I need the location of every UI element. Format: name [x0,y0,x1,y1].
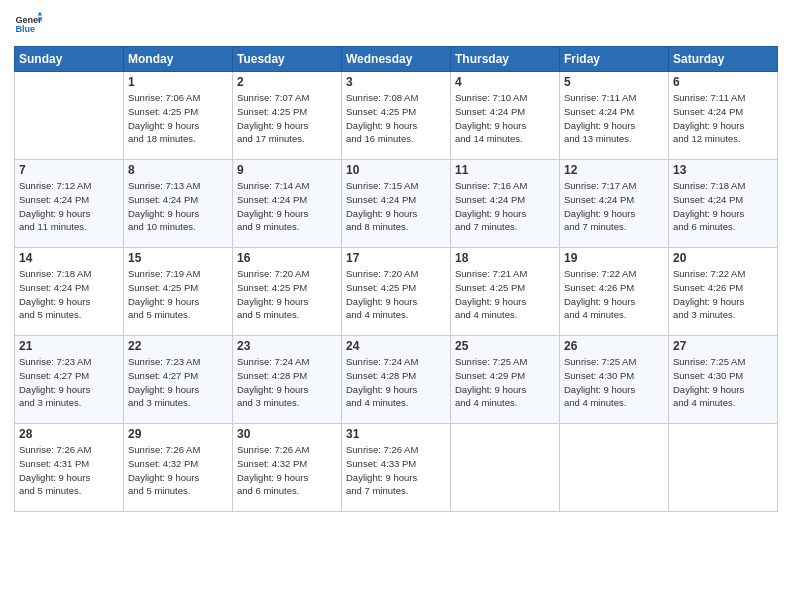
day-info: Sunrise: 7:18 AM Sunset: 4:24 PM Dayligh… [673,179,773,234]
day-info: Sunrise: 7:22 AM Sunset: 4:26 PM Dayligh… [564,267,664,322]
day-number: 17 [346,251,446,265]
svg-text:Blue: Blue [15,24,35,34]
calendar-cell: 25Sunrise: 7:25 AM Sunset: 4:29 PM Dayli… [451,336,560,424]
calendar-cell: 10Sunrise: 7:15 AM Sunset: 4:24 PM Dayli… [342,160,451,248]
day-number: 11 [455,163,555,177]
calendar-cell: 6Sunrise: 7:11 AM Sunset: 4:24 PM Daylig… [669,72,778,160]
day-info: Sunrise: 7:06 AM Sunset: 4:25 PM Dayligh… [128,91,228,146]
calendar-cell: 24Sunrise: 7:24 AM Sunset: 4:28 PM Dayli… [342,336,451,424]
day-info: Sunrise: 7:08 AM Sunset: 4:25 PM Dayligh… [346,91,446,146]
calendar-cell: 3Sunrise: 7:08 AM Sunset: 4:25 PM Daylig… [342,72,451,160]
calendar-cell: 15Sunrise: 7:19 AM Sunset: 4:25 PM Dayli… [124,248,233,336]
calendar-week-row: 14Sunrise: 7:18 AM Sunset: 4:24 PM Dayli… [15,248,778,336]
calendar-cell: 30Sunrise: 7:26 AM Sunset: 4:32 PM Dayli… [233,424,342,512]
day-number: 19 [564,251,664,265]
day-number: 21 [19,339,119,353]
day-number: 24 [346,339,446,353]
calendar-cell: 9Sunrise: 7:14 AM Sunset: 4:24 PM Daylig… [233,160,342,248]
calendar-cell [560,424,669,512]
calendar-cell: 21Sunrise: 7:23 AM Sunset: 4:27 PM Dayli… [15,336,124,424]
day-info: Sunrise: 7:12 AM Sunset: 4:24 PM Dayligh… [19,179,119,234]
calendar-header-tuesday: Tuesday [233,47,342,72]
calendar-cell: 11Sunrise: 7:16 AM Sunset: 4:24 PM Dayli… [451,160,560,248]
calendar-cell [15,72,124,160]
day-info: Sunrise: 7:23 AM Sunset: 4:27 PM Dayligh… [128,355,228,410]
calendar-cell: 12Sunrise: 7:17 AM Sunset: 4:24 PM Dayli… [560,160,669,248]
day-info: Sunrise: 7:22 AM Sunset: 4:26 PM Dayligh… [673,267,773,322]
day-info: Sunrise: 7:20 AM Sunset: 4:25 PM Dayligh… [346,267,446,322]
calendar-cell: 31Sunrise: 7:26 AM Sunset: 4:33 PM Dayli… [342,424,451,512]
day-number: 4 [455,75,555,89]
calendar-week-row: 7Sunrise: 7:12 AM Sunset: 4:24 PM Daylig… [15,160,778,248]
calendar-cell: 13Sunrise: 7:18 AM Sunset: 4:24 PM Dayli… [669,160,778,248]
day-info: Sunrise: 7:26 AM Sunset: 4:31 PM Dayligh… [19,443,119,498]
day-info: Sunrise: 7:26 AM Sunset: 4:33 PM Dayligh… [346,443,446,498]
day-info: Sunrise: 7:17 AM Sunset: 4:24 PM Dayligh… [564,179,664,234]
day-number: 7 [19,163,119,177]
calendar-header-row: SundayMondayTuesdayWednesdayThursdayFrid… [15,47,778,72]
day-info: Sunrise: 7:25 AM Sunset: 4:30 PM Dayligh… [673,355,773,410]
calendar-week-row: 1Sunrise: 7:06 AM Sunset: 4:25 PM Daylig… [15,72,778,160]
day-number: 2 [237,75,337,89]
day-info: Sunrise: 7:19 AM Sunset: 4:25 PM Dayligh… [128,267,228,322]
day-info: Sunrise: 7:26 AM Sunset: 4:32 PM Dayligh… [237,443,337,498]
svg-marker-2 [38,11,42,15]
day-number: 29 [128,427,228,441]
day-info: Sunrise: 7:20 AM Sunset: 4:25 PM Dayligh… [237,267,337,322]
calendar-cell: 14Sunrise: 7:18 AM Sunset: 4:24 PM Dayli… [15,248,124,336]
calendar-cell [451,424,560,512]
day-info: Sunrise: 7:11 AM Sunset: 4:24 PM Dayligh… [564,91,664,146]
day-info: Sunrise: 7:16 AM Sunset: 4:24 PM Dayligh… [455,179,555,234]
logo-icon: General Blue [14,10,42,38]
calendar-cell: 23Sunrise: 7:24 AM Sunset: 4:28 PM Dayli… [233,336,342,424]
day-number: 14 [19,251,119,265]
calendar-cell: 28Sunrise: 7:26 AM Sunset: 4:31 PM Dayli… [15,424,124,512]
calendar-header-saturday: Saturday [669,47,778,72]
day-info: Sunrise: 7:24 AM Sunset: 4:28 PM Dayligh… [346,355,446,410]
calendar-cell: 1Sunrise: 7:06 AM Sunset: 4:25 PM Daylig… [124,72,233,160]
day-info: Sunrise: 7:25 AM Sunset: 4:30 PM Dayligh… [564,355,664,410]
day-number: 10 [346,163,446,177]
day-info: Sunrise: 7:07 AM Sunset: 4:25 PM Dayligh… [237,91,337,146]
day-number: 3 [346,75,446,89]
day-number: 22 [128,339,228,353]
calendar-cell: 26Sunrise: 7:25 AM Sunset: 4:30 PM Dayli… [560,336,669,424]
day-number: 15 [128,251,228,265]
svg-marker-3 [38,17,42,21]
calendar-cell: 16Sunrise: 7:20 AM Sunset: 4:25 PM Dayli… [233,248,342,336]
calendar-cell: 18Sunrise: 7:21 AM Sunset: 4:25 PM Dayli… [451,248,560,336]
day-info: Sunrise: 7:10 AM Sunset: 4:24 PM Dayligh… [455,91,555,146]
calendar-cell: 5Sunrise: 7:11 AM Sunset: 4:24 PM Daylig… [560,72,669,160]
day-number: 1 [128,75,228,89]
day-number: 27 [673,339,773,353]
calendar-cell: 27Sunrise: 7:25 AM Sunset: 4:30 PM Dayli… [669,336,778,424]
calendar-week-row: 28Sunrise: 7:26 AM Sunset: 4:31 PM Dayli… [15,424,778,512]
calendar-cell [669,424,778,512]
calendar-week-row: 21Sunrise: 7:23 AM Sunset: 4:27 PM Dayli… [15,336,778,424]
calendar-cell: 4Sunrise: 7:10 AM Sunset: 4:24 PM Daylig… [451,72,560,160]
calendar-header-monday: Monday [124,47,233,72]
calendar-header-wednesday: Wednesday [342,47,451,72]
day-info: Sunrise: 7:21 AM Sunset: 4:25 PM Dayligh… [455,267,555,322]
day-info: Sunrise: 7:15 AM Sunset: 4:24 PM Dayligh… [346,179,446,234]
day-number: 6 [673,75,773,89]
day-number: 26 [564,339,664,353]
day-number: 20 [673,251,773,265]
logo: General Blue [14,10,42,38]
day-number: 8 [128,163,228,177]
calendar-cell: 17Sunrise: 7:20 AM Sunset: 4:25 PM Dayli… [342,248,451,336]
day-number: 23 [237,339,337,353]
day-number: 9 [237,163,337,177]
calendar-cell: 2Sunrise: 7:07 AM Sunset: 4:25 PM Daylig… [233,72,342,160]
day-number: 18 [455,251,555,265]
day-number: 12 [564,163,664,177]
calendar-cell: 22Sunrise: 7:23 AM Sunset: 4:27 PM Dayli… [124,336,233,424]
day-number: 28 [19,427,119,441]
day-number: 13 [673,163,773,177]
calendar-header-friday: Friday [560,47,669,72]
day-number: 25 [455,339,555,353]
day-info: Sunrise: 7:18 AM Sunset: 4:24 PM Dayligh… [19,267,119,322]
day-info: Sunrise: 7:13 AM Sunset: 4:24 PM Dayligh… [128,179,228,234]
day-info: Sunrise: 7:23 AM Sunset: 4:27 PM Dayligh… [19,355,119,410]
calendar-header-thursday: Thursday [451,47,560,72]
